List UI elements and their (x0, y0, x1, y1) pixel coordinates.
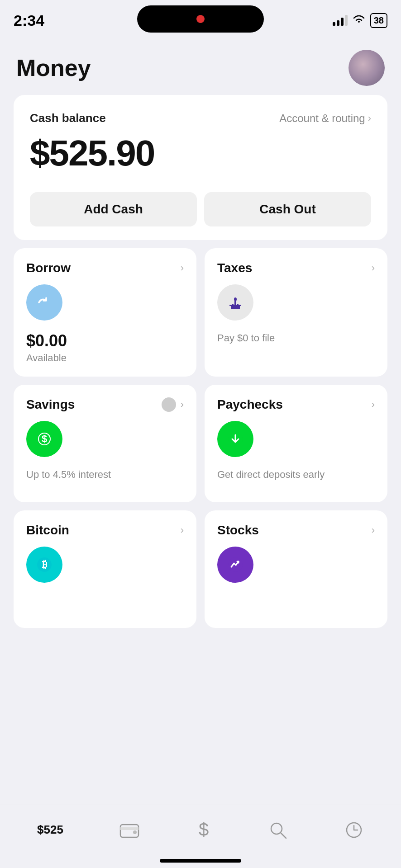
cash-out-button[interactable]: Cash Out (204, 192, 371, 226)
signal-bars-icon (333, 15, 348, 26)
stocks-card[interactable]: Stocks › (205, 510, 387, 628)
add-cash-button[interactable]: Add Cash (30, 192, 197, 226)
bitcoin-card[interactable]: Bitcoin › ₿ (14, 510, 196, 628)
status-icons: 38 (333, 13, 387, 28)
bitcoin-chevron-icon: › (181, 524, 184, 536)
savings-paychecks-row: Savings › $ Up to 4.5% interest Paych (14, 385, 387, 502)
tab-balance-amount: $525 (37, 823, 63, 837)
taxes-card-header: Taxes › (217, 261, 375, 275)
chevron-right-icon: › (368, 113, 371, 124)
wifi-icon (352, 14, 366, 28)
bitcoin-card-header: Bitcoin › (26, 523, 184, 538)
savings-title: Savings (26, 397, 75, 412)
paychecks-card[interactable]: Paychecks › Get direct deposits early (205, 385, 387, 502)
stocks-icon (217, 547, 253, 583)
status-time: 2:34 (14, 12, 44, 29)
header: Money (0, 41, 401, 90)
cash-balance-label: Cash balance (30, 111, 106, 125)
svg-text:$: $ (199, 820, 209, 839)
home-indicator (160, 859, 241, 863)
cash-icon: $ (196, 820, 212, 840)
taxes-chevron-icon: › (372, 262, 375, 274)
cash-balance-card: Cash balance Account & routing › $525.90… (14, 95, 387, 240)
svg-point-2 (234, 297, 237, 301)
battery-icon: 38 (370, 13, 387, 28)
borrow-card-header: Borrow › (26, 261, 184, 275)
borrow-taxes-row: Borrow › $0.00 Available Taxes › (14, 248, 387, 377)
tab-cash[interactable]: $ (196, 820, 212, 840)
cash-action-buttons: Add Cash Cash Out (30, 192, 371, 226)
stocks-card-header: Stocks › (217, 523, 375, 538)
svg-rect-0 (231, 306, 240, 309)
svg-rect-3 (234, 301, 236, 304)
paychecks-card-header: Paychecks › (217, 397, 375, 412)
taxes-desc: Pay $0 to file (217, 331, 375, 345)
savings-icon: $ (26, 421, 62, 457)
stocks-title: Stocks (217, 523, 259, 538)
avatar[interactable] (348, 50, 385, 86)
savings-card[interactable]: Savings › $ Up to 4.5% interest (14, 385, 196, 502)
wallet-icon (119, 821, 139, 839)
savings-chevron-icon: › (181, 399, 184, 410)
account-routing-link[interactable]: Account & routing › (279, 112, 371, 125)
search-icon (268, 820, 288, 840)
svg-rect-5 (234, 304, 236, 306)
cash-card-header: Cash balance Account & routing › (30, 111, 371, 125)
borrow-amount: $0.00 (26, 331, 184, 350)
paychecks-chevron-icon: › (372, 399, 375, 410)
borrow-card[interactable]: Borrow › $0.00 Available (14, 248, 196, 377)
svg-rect-6 (237, 304, 239, 306)
history-icon (344, 820, 364, 840)
borrow-sub: Available (26, 352, 184, 364)
paychecks-title: Paychecks (217, 397, 283, 412)
borrow-chevron-icon: › (181, 262, 184, 274)
tab-bar: $525 $ (0, 805, 401, 868)
paychecks-icon (217, 421, 253, 457)
svg-point-16 (133, 830, 137, 834)
savings-desc: Up to 4.5% interest (26, 468, 184, 482)
savings-toggle[interactable] (162, 397, 176, 412)
savings-card-header: Savings › (26, 397, 184, 412)
page-title: Money (16, 54, 91, 81)
tab-history[interactable] (344, 820, 364, 840)
main-content: Cash balance Account & routing › $525.90… (0, 90, 401, 691)
svg-text:₿: ₿ (42, 559, 47, 570)
svg-rect-4 (232, 304, 234, 306)
notch-dot (196, 15, 205, 23)
paychecks-desc: Get direct deposits early (217, 468, 375, 482)
taxes-icon (217, 284, 253, 321)
svg-line-19 (281, 833, 286, 838)
bitcoin-icon: ₿ (26, 547, 62, 583)
taxes-card[interactable]: Taxes › Pay $0 to file (205, 248, 387, 377)
tab-balance[interactable]: $525 (37, 823, 63, 837)
bitcoin-title: Bitcoin (26, 523, 69, 538)
borrow-icon (26, 284, 62, 321)
borrow-title: Borrow (26, 261, 71, 275)
stocks-chevron-icon: › (372, 524, 375, 536)
status-notch (137, 5, 264, 33)
bitcoin-stocks-row: Bitcoin › ₿ Stocks › (14, 510, 387, 628)
status-bar: 2:34 38 (0, 0, 401, 41)
tab-search[interactable] (268, 820, 288, 840)
taxes-title: Taxes (217, 261, 252, 275)
tab-wallet[interactable] (119, 821, 139, 839)
svg-rect-15 (120, 827, 138, 830)
svg-text:$: $ (42, 433, 47, 444)
cash-amount: $525.90 (30, 132, 371, 174)
